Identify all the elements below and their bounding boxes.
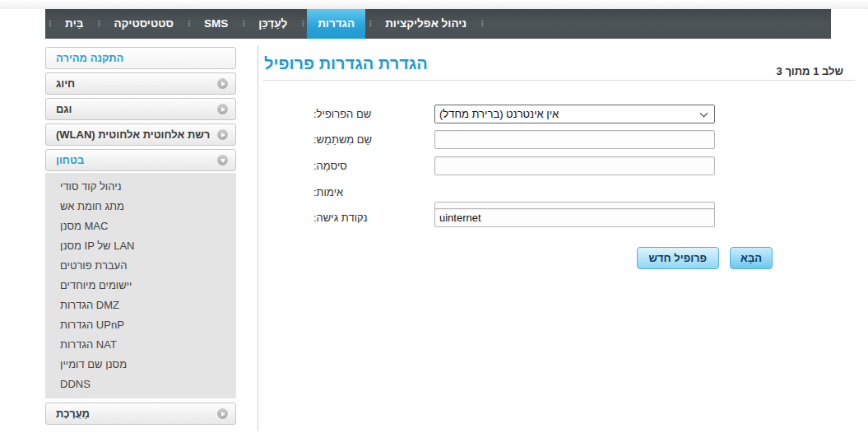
nav-tab-sms[interactable]: SMS [193,9,239,39]
sidebar-item-label: מַעֲרֶכֶת [56,407,90,420]
chevron-down-icon [217,155,228,165]
nav-separator: ⋮ [45,9,54,39]
submenu-item-firewall-switch[interactable]: מתג חומת אש [45,197,236,216]
sidebar-item-label: רשת אלחוטית אלחוטית (WLAN) [56,128,210,141]
submenu-item-ddns[interactable]: DDNS [45,375,236,394]
sidebar-item-label: וגם [56,103,72,115]
nav-tab-update[interactable]: לְעַדְכֵּן [248,9,298,39]
security-submenu: ניהול קוד סודי מתג חומת אש מסנן MAC מסנן… [45,173,236,398]
username-label: שֵם מִשתַמֵש: [313,133,372,146]
title-divider [262,80,855,81]
submenu-item-port-forwarding[interactable]: העברת פורטים [45,256,236,276]
username-field-wrap [434,130,715,149]
authentication-label: אימות: [313,186,343,198]
profile-name-select[interactable]: אין אינטרנט (ברירת מחדל) [434,105,715,123]
sidebar-item-system[interactable]: מַעֲרֶכֶת [45,403,236,425]
password-input[interactable] [434,156,715,175]
submenu-item-dmz-settings[interactable]: הגדרות DMZ [45,296,236,315]
router-admin-page: ⋮ בַּיִת ⋮ סטטיסטיקה ⋮ SMS ⋮ לְעַדְכֵּן … [0,0,868,433]
chevron-right-icon [217,78,228,89]
next-button[interactable]: הבָּא [730,247,773,269]
nav-tab-app-management[interactable]: ניהול אפליקציות [374,9,477,39]
sidebar-item-label: חיוג [56,77,75,90]
profile-name-label: שם הפרופיל: [313,108,371,120]
access-point-input[interactable] [434,208,715,227]
submenu-item-pin-management[interactable]: ניהול קוד סודי [45,177,236,197]
nav-separator: ⋮ [184,9,193,39]
nav-tab-home[interactable]: בַּיִת [54,9,94,39]
submenu-item-special-applications[interactable]: יישומים מיוחדים [45,276,236,296]
sidebar-item-quick-setup[interactable]: התקנה מהירה [45,47,236,69]
username-input[interactable] [434,130,715,149]
submenu-item-upnp-settings[interactable]: הגדרות UPnP [45,315,236,335]
submenu-item-mac-filter[interactable]: מסנן MAC [45,216,236,236]
password-field-wrap [434,156,715,175]
page-top-strip [0,0,868,9]
nav-separator: ⋮ [365,9,374,39]
nav-separator: ⋮ [239,9,248,39]
main-content: הגדרת הגדרות פרופיל שלב 1 מתוך 3 שם הפרו… [258,45,864,431]
nav-separator: ⋮ [298,9,307,39]
chevron-right-icon [217,129,228,140]
chevron-right-icon [217,408,228,419]
new-profile-button[interactable]: פרופיל חדש [637,247,719,269]
sidebar-item-dialup[interactable]: חיוג [45,72,236,95]
nav-separator: ⋮ [94,9,103,39]
password-label: סיסמָה: [313,160,347,172]
submenu-item-lan-ip-filter[interactable]: מסנן IP של LAN [45,236,236,256]
page-title: הגדרת הגדרות פרופיל [264,54,428,73]
sidebar-item-wlan[interactable]: רשת אלחוטית אלחוטית (WLAN) [45,123,236,146]
wizard-step-indicator: שלב 1 מתוך 3 [777,65,843,77]
sidebar-item-label: בטחון [56,154,84,166]
top-nav-bar: ⋮ בַּיִת ⋮ סטטיסטיקה ⋮ SMS ⋮ לְעַדְכֵּן … [45,9,831,39]
profile-name-selected-value: אין אינטרנט (ברירת מחדל) [435,108,559,120]
settings-sidebar: התקנה מהירה חיוג וגם רשת אלחוטית אלחוטית… [45,47,236,428]
access-point-field-wrap [434,208,715,227]
chevron-down-icon [700,109,708,118]
sidebar-item-also[interactable]: וגם [45,98,236,120]
sidebar-item-label: התקנה מהירה [56,52,123,64]
nav-separator: ⋮ [477,9,486,39]
chevron-right-icon [217,104,228,114]
nav-tab-statistics[interactable]: סטטיסטיקה [103,9,184,39]
form-buttons-row: פרופיל חדש הבָּא [434,247,773,269]
access-point-label: נקודת גישה: [313,212,367,224]
nav-tab-settings[interactable]: הגדרות [307,9,365,39]
submenu-item-nat-settings[interactable]: הגדרות NAT [45,335,236,355]
submenu-item-domain-name-filter[interactable]: מסנן שם דומיין [45,355,236,375]
sidebar-item-security[interactable]: בטחון [45,149,236,171]
